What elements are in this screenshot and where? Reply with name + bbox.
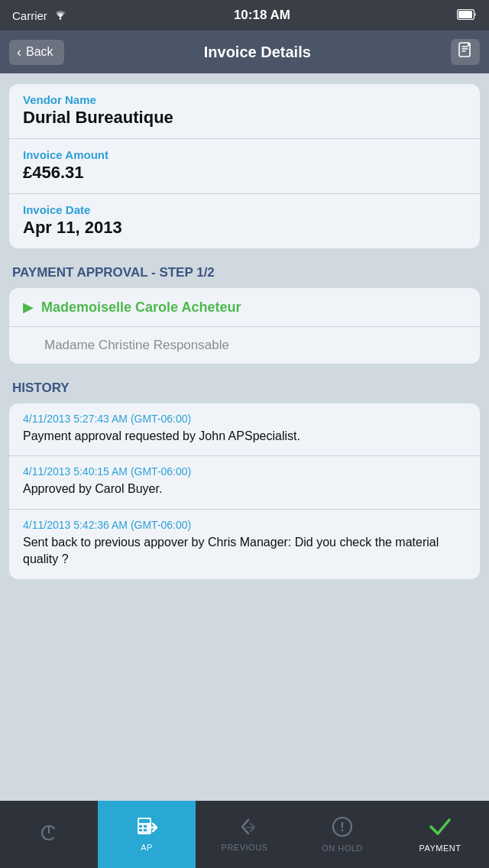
ap-icon (135, 817, 158, 840)
history-text-0: Payment approval requested by John APSpe… (23, 428, 466, 445)
payment-icon (428, 816, 452, 840)
svg-rect-11 (144, 829, 147, 831)
tab-previous-label: PREVIOUS (222, 843, 268, 852)
tab-previous[interactable]: PREVIOUS (196, 801, 293, 868)
svg-rect-10 (139, 829, 142, 831)
chevron-left-icon: ‹ (17, 44, 21, 60)
nav-title: Invoice Details (204, 44, 311, 61)
active-indicator-icon: ▶ (23, 299, 34, 316)
inactive-approver-name: Madame Christine Responsable (23, 338, 229, 353)
status-bar: Carrier 10:18 AM (0, 0, 489, 31)
carrier-label: Carrier (12, 9, 47, 22)
status-bar-time: 10:18 AM (234, 8, 290, 23)
power-icon (39, 823, 59, 846)
status-bar-left: Carrier (12, 9, 67, 22)
svg-rect-9 (144, 825, 147, 828)
date-row: Invoice Date Apr 11, 2013 (9, 194, 480, 248)
nav-bar: ‹ Back Invoice Details (0, 31, 489, 73)
approval-section-header: PAYMENT APPROVAL - STEP 1/2 (9, 261, 480, 288)
amount-row: Invoice Amount £456.31 (9, 139, 480, 194)
history-entry-0: 4/11/2013 5:27:43 AM (GMT-06:00) Payment… (9, 403, 480, 456)
vendor-row: Vendor Name Durial Bureautique (9, 84, 480, 139)
tab-payment[interactable]: PAYMENT (391, 801, 489, 868)
history-section-header: HISTORY (9, 376, 480, 403)
history-text-1: Approved by Carol Buyer. (23, 481, 466, 497)
svg-rect-7 (139, 819, 150, 823)
tab-ap-label: AP (141, 843, 153, 852)
back-button[interactable]: ‹ Back (9, 40, 64, 65)
date-label: Invoice Date (23, 203, 466, 216)
amount-label: Invoice Amount (23, 148, 466, 161)
tab-ap[interactable]: AP (98, 801, 196, 868)
vendor-value: Durial Bureautique (23, 108, 466, 128)
active-approver-row: ▶ Mademoiselle Carole Acheteur (9, 288, 480, 327)
history-entry-1: 4/11/2013 5:40:15 AM (GMT-06:00) Approve… (9, 456, 480, 509)
tab-onhold-label: ON HOLD (322, 844, 363, 853)
active-approver-name: Mademoiselle Carole Acheteur (41, 300, 241, 316)
amount-value: £456.31 (23, 163, 466, 183)
svg-rect-8 (139, 825, 142, 828)
wifi-icon (53, 9, 67, 22)
main-content: Vendor Name Durial Bureautique Invoice A… (0, 73, 489, 675)
svg-text:!: ! (340, 821, 344, 834)
tab-payment-label: PAYMENT (419, 844, 461, 853)
onhold-icon: ! (332, 816, 353, 840)
document-button[interactable] (451, 39, 480, 65)
history-timestamp-0: 4/11/2013 5:27:43 AM (GMT-06:00) (23, 413, 466, 425)
battery-icon (457, 9, 477, 22)
svg-point-0 (60, 18, 62, 20)
status-bar-right (457, 9, 477, 22)
tab-bar: AP PREVIOUS ! ON HOLD PAYMENT (0, 801, 489, 868)
back-label: Back (26, 45, 53, 59)
invoice-info-card: Vendor Name Durial Bureautique Invoice A… (9, 84, 480, 248)
tab-onhold[interactable]: ! ON HOLD (293, 801, 391, 868)
history-card: 4/11/2013 5:27:43 AM (GMT-06:00) Payment… (9, 403, 480, 579)
approval-card: ▶ Mademoiselle Carole Acheteur Madame Ch… (9, 288, 480, 364)
history-text-2: Sent back to previous appover by Chris M… (23, 534, 466, 568)
inactive-approver-row: Madame Christine Responsable (9, 327, 480, 364)
svg-rect-2 (458, 11, 472, 18)
history-entry-2: 4/11/2013 5:42:36 AM (GMT-06:00) Sent ba… (9, 510, 480, 579)
tab-power[interactable] (0, 801, 98, 868)
document-icon (458, 42, 473, 63)
date-value: Apr 11, 2013 (23, 218, 466, 238)
history-timestamp-1: 4/11/2013 5:40:15 AM (GMT-06:00) (23, 465, 466, 478)
previous-icon (233, 817, 256, 840)
vendor-label: Vendor Name (23, 93, 466, 106)
history-timestamp-2: 4/11/2013 5:42:36 AM (GMT-06:00) (23, 519, 466, 531)
